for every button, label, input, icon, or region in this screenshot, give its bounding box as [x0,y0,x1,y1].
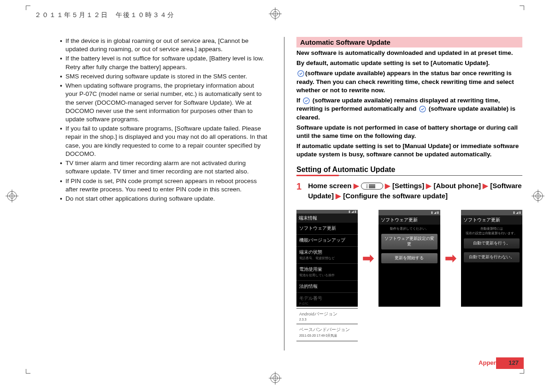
list-item: If the battery level is not suffice for … [60,54,267,71]
right-column: Automatic Software Update New software i… [292,37,522,350]
step-number: 1 [296,182,302,202]
update-available-icon [297,70,304,77]
status-bar: ▮ ◢ ▮ [378,210,440,215]
step-arrow-icon: ▶ [426,182,432,190]
section-title: Automatic Software Update [296,37,522,48]
intro-text: Software update is not performed in case… [296,124,522,140]
list-item: 法的情報 [296,281,358,293]
registration-mark-right [532,190,544,202]
flow-arrow-icon: ➡ [362,250,374,266]
intro-text: (software update available) appears in t… [296,69,522,95]
status-bar: ▮ ◢ ▮ [296,210,358,214]
list-item: モデル番号P-07C [296,293,358,309]
update-available-icon [419,106,426,113]
list-item: Androidバージョン2.3.3 [296,309,358,324]
list-item: 電池使用量電池を使用している操作 [296,264,358,281]
list-item: If you fail to update software programs,… [60,125,267,158]
intro-text: New software is automatically downloaded… [296,49,522,57]
step-arrow-icon: ▶ [483,182,488,190]
crop-mark [520,369,524,374]
section-title-text: Automatic Software Update [300,38,390,46]
subheading-rule [296,175,522,176]
footer-page-number: 127 [509,359,519,366]
list-item: If the device is in global roaming or ou… [60,37,267,53]
crop-mark [26,369,30,374]
registration-mark-bottom [269,372,282,385]
registration-mark-left [6,190,18,202]
left-column: If the device is in global roaming or ou… [60,37,277,350]
list-item: Do not start other applications during s… [60,195,267,203]
list-item: 機能バージョンアップ [296,235,358,247]
step-arrow-icon: ▶ [354,182,359,190]
step-arrow-icon: ▶ [336,192,341,200]
footer-label: Appendix [479,359,506,366]
screen-button: 自動で更新を行う。 [464,238,520,249]
screen-button: 自動で更新を行わない。 [464,252,520,262]
list-item: TV timer alarm and timer recording alarm… [60,159,267,176]
phone-screenshot-config: ▮ ◢ ▮ ソフトウェア更新 自動更新時には現在の設定は自動更新を行います。 自… [461,210,522,307]
list-item: 端末の状態電話番号、電波状態など [296,247,358,264]
menu-button-icon [361,183,383,190]
screen-note: 自動更新時には現在の設定は自動更新を行います。 [461,225,522,237]
registration-mark-top [269,7,282,20]
update-available-icon [303,97,310,104]
step-arrow-icon: ▶ [385,182,390,190]
screen-header: ソフトウェア更新 [378,215,440,225]
crop-mark [520,6,524,10]
intro-text: By default, automatic update setting is … [296,59,522,67]
phone-screenshot-update: ▮ ◢ ▮ ソフトウェア更新 動作を選択してください。 ソフトウェア更新設定の変… [378,210,440,307]
intro-text: If automatic update setting is set to [M… [296,142,522,159]
screen-header: ソフトウェア更新 [461,215,522,225]
flow-arrow-icon: ➡ [445,250,456,266]
subheading: Setting of Automatic Update [296,166,522,174]
column-divider [284,37,284,350]
step: 1 Home screen ▶ ▶ [Settings] ▶ [About ph… [296,181,522,202]
document-datetime: ２０１１年５月１２日 午後１０時３４分 [35,11,175,19]
phone-screenshot-about: ▮ ◢ ▮ 端末情報 ソフトウェア更新機能バージョンアップ端末の状態電話番号、電… [296,210,358,307]
status-bar: ▮ ◢ ▮ [461,210,522,215]
list-item: ベースバンドバージョン2011-03-20 17:49 0天気温 [296,324,358,341]
notes-list: If the device is in global roaming or ou… [60,37,267,203]
list-item: When updating software programs, the pro… [60,82,267,124]
list-item: SMS received during software update is s… [60,72,267,81]
screen-note: 動作を選択してください。 [378,225,440,232]
list-item: If PIN code is set, PIN code prompt scre… [60,177,267,194]
intro-text: If (software update available) remains d… [296,96,522,122]
step-text: Home screen ▶ ▶ [Settings] ▶ [About phon… [308,181,522,202]
screenshot-flow: ▮ ◢ ▮ 端末情報 ソフトウェア更新機能バージョンアップ端末の状態電話番号、電… [296,210,522,307]
crop-mark [26,6,30,10]
screen-button: ソフトウェア更新設定の変更 [381,234,437,249]
page-footer: Appendix 127 [479,359,519,366]
list-item: ソフトウェア更新 [296,223,358,235]
screen-header: 端末情報 [296,214,358,223]
screen-button: 更新を開始する [381,253,437,263]
